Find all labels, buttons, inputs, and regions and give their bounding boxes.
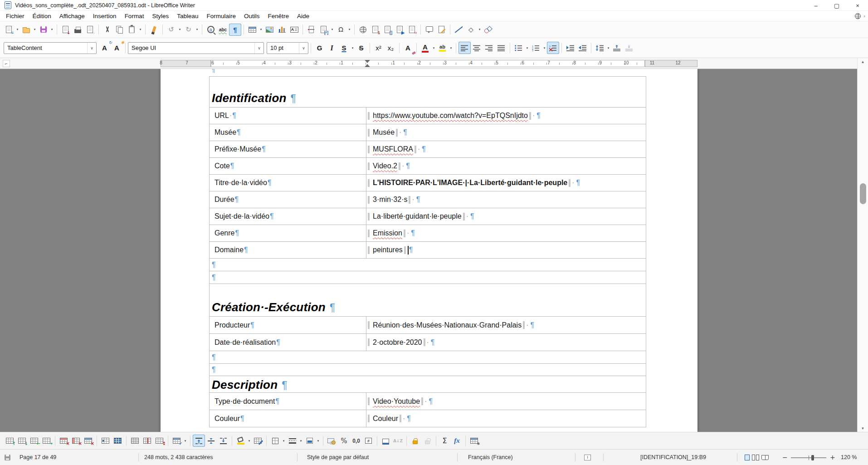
field-value-cell[interactable]: https://www.youtube.com/watch?v=EpTQSnIj…	[366, 108, 646, 124]
table-autoformat-dropdown[interactable]: ▾	[183, 435, 188, 447]
open-dropdown[interactable]: ▾	[32, 24, 37, 36]
insert-hyperlink-button[interactable]	[357, 24, 369, 36]
border-style-button[interactable]	[286, 435, 298, 447]
field-label-cell[interactable]: Musée¶	[210, 124, 366, 141]
no-list-button[interactable]: 1	[547, 42, 559, 54]
single-page-view-icon[interactable]	[745, 455, 750, 460]
menu-tableau[interactable]: Tableau	[173, 11, 202, 21]
export-pdf-button[interactable]	[59, 24, 72, 36]
chevron-down-icon[interactable]: ∨	[254, 43, 263, 54]
field-value-cell[interactable]: L'HISTOIRE·PAR·L'IMAGE·|·La·Liberté·guid…	[366, 175, 646, 191]
show-draw-functions-button[interactable]	[482, 24, 494, 36]
basic-shapes-dropdown[interactable]: ▾	[477, 24, 482, 36]
field-label-cell[interactable]: Durée¶	[210, 191, 366, 208]
chevron-down-icon[interactable]: ∨	[87, 43, 96, 54]
field-value-cell[interactable]: Musée·¶	[366, 124, 646, 141]
clone-formatting-button[interactable]	[148, 24, 160, 36]
menu-aide[interactable]: Aide	[293, 11, 313, 21]
redo-dropdown[interactable]: ▾	[195, 24, 200, 36]
field-value-cell[interactable]: Video·Youtube·¶	[366, 393, 646, 410]
paste-button[interactable]	[126, 24, 138, 36]
field-label-cell[interactable]: Genre¶	[210, 225, 366, 241]
empty-paragraph-row[interactable]: ¶	[209, 364, 646, 376]
highlight-dropdown[interactable]: ▾	[449, 42, 454, 54]
font-size-combo[interactable]: 10 pt ∨	[267, 42, 308, 54]
menu-edition[interactable]: Édition	[29, 11, 55, 21]
border-color-button[interactable]	[303, 435, 316, 447]
menu-affichage[interactable]: Affichage	[55, 11, 89, 21]
bold-button[interactable]: G	[313, 42, 326, 54]
table-autoformat-button[interactable]: ✓	[171, 435, 183, 447]
scroll-up-icon[interactable]: ▲	[858, 58, 868, 65]
table-properties-button[interactable]: ∗	[468, 435, 480, 447]
select-cell-button[interactable]	[99, 435, 112, 447]
indent-marker[interactable]	[364, 60, 371, 67]
page-number-status[interactable]: Page 17 de 49	[20, 450, 56, 465]
scrollbar-thumb[interactable]	[860, 183, 866, 204]
special-character-dropdown[interactable]: ▾	[347, 24, 352, 36]
borders-button[interactable]	[269, 435, 281, 447]
font-name-combo[interactable]: Segoe UI ∨	[128, 42, 264, 54]
field-value-cell[interactable]: peintures¶	[366, 242, 646, 258]
delete-table-button[interactable]: ×	[82, 435, 94, 447]
cut-button[interactable]	[101, 24, 113, 36]
print-preview-button[interactable]	[84, 24, 96, 36]
zoom-level[interactable]: 120 %	[841, 450, 857, 465]
center-vertically-button[interactable]	[205, 435, 217, 447]
align-bottom-button[interactable]	[217, 435, 229, 447]
increase-paragraph-spacing-button[interactable]	[611, 42, 623, 54]
field-label-cell[interactable]: Couleur¶	[210, 410, 366, 427]
field-label-cell[interactable]: Date·de·réalisation¶	[210, 334, 366, 351]
zoom-slider-thumb[interactable]	[811, 455, 814, 460]
new-style-button[interactable]: A✱	[111, 42, 123, 54]
empty-paragraph-row[interactable]: ¶	[209, 259, 646, 271]
borders-dropdown[interactable]: ▾	[281, 435, 286, 447]
insert-caption-button[interactable]	[380, 435, 392, 447]
field-label-cell[interactable]: Type·de·document¶	[210, 393, 366, 410]
selection-mode-status[interactable]: I	[584, 450, 591, 465]
field-value-cell[interactable]: Emission·¶	[366, 225, 646, 241]
tab-stop-selector[interactable]: ⌐	[3, 60, 10, 67]
menu-styles[interactable]: Styles	[148, 11, 173, 21]
new-document-button[interactable]	[3, 24, 15, 36]
line-spacing-button[interactable]	[594, 42, 606, 54]
align-left-button[interactable]	[458, 42, 471, 54]
insert-page-break-button[interactable]	[305, 24, 317, 36]
section-heading-row[interactable]: Identification ¶	[209, 77, 646, 108]
chevron-down-icon[interactable]: ∨	[299, 43, 308, 54]
insert-column-after-button[interactable]: →	[40, 435, 53, 447]
insert-text-box-button[interactable]: A	[288, 24, 300, 36]
insert-cross-reference-button[interactable]	[406, 24, 418, 36]
field-value-cell[interactable]: 3·min·32·s·¶	[366, 191, 646, 208]
align-right-button[interactable]	[483, 42, 495, 54]
background-color-button[interactable]	[234, 435, 247, 447]
insert-line-button[interactable]	[453, 24, 465, 36]
menu-fenetre[interactable]: Fenêtre	[263, 11, 293, 21]
zoom-slider[interactable]	[791, 450, 826, 465]
table-design-button[interactable]	[252, 435, 264, 447]
track-changes-button[interactable]	[435, 24, 448, 36]
insert-row-below-button[interactable]: ↓	[16, 435, 28, 447]
underline-button[interactable]: S	[338, 42, 350, 54]
merge-cells-button[interactable]	[129, 435, 141, 447]
book-view-icon[interactable]	[761, 455, 769, 460]
section-heading-row[interactable]: Description ¶	[209, 376, 646, 393]
language-status[interactable]: Français (France)	[468, 450, 513, 465]
field-value-cell[interactable]: 2·octobre·2020·¶	[366, 334, 646, 351]
decimal-format-button[interactable]: 0,0	[350, 435, 362, 447]
insert-row-above-button[interactable]: ↑	[4, 435, 16, 447]
paragraph-style-combo[interactable]: TableContent ∨	[4, 42, 97, 54]
font-color-button[interactable]: A	[419, 42, 431, 54]
strikethrough-button[interactable]: S	[355, 42, 367, 54]
zoom-out-button[interactable]: −	[782, 450, 788, 465]
table-cell-status[interactable]: [IDENTIFICATION]_19:B9	[640, 450, 706, 465]
open-button[interactable]	[20, 24, 32, 36]
superscript-button[interactable]: x²	[372, 42, 385, 54]
insert-table-dropdown[interactable]: ▾	[258, 24, 263, 36]
scroll-down-icon[interactable]: ▼	[858, 425, 868, 432]
print-button[interactable]	[72, 24, 84, 36]
menu-formulaire[interactable]: Formulaire	[202, 11, 240, 21]
empty-paragraph-row[interactable]: ¶	[209, 351, 646, 364]
chevron-right-icon[interactable]: ›	[863, 13, 865, 19]
currency-format-button[interactable]	[326, 435, 338, 447]
